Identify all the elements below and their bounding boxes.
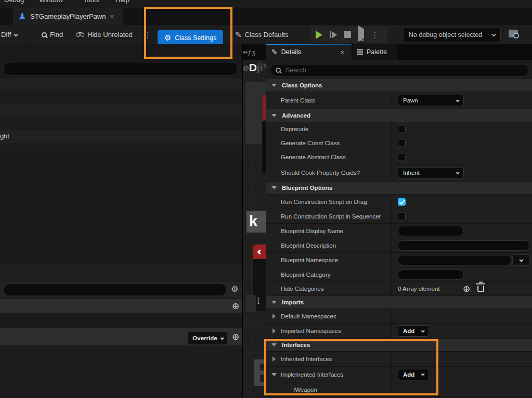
textfield-blueprint-namespace[interactable] bbox=[398, 255, 511, 265]
collapse-arrow-icon[interactable] bbox=[271, 301, 277, 304]
left-search-row: ⚙ bbox=[0, 281, 242, 298]
left-list-row bbox=[0, 143, 242, 156]
section-row bbox=[0, 346, 242, 398]
column-divider[interactable] bbox=[391, 136, 392, 150]
browse-debug-icon[interactable] bbox=[509, 30, 518, 37]
category-imports[interactable]: Imports bbox=[266, 296, 532, 309]
graph-node-fragment bbox=[245, 295, 256, 312]
collapse-arrow-icon[interactable] bbox=[271, 114, 277, 117]
settings-gear-icon[interactable]: ⚙ bbox=[231, 285, 238, 293]
checkbox-generate-const-class[interactable] bbox=[398, 139, 406, 147]
column-divider[interactable] bbox=[391, 267, 392, 281]
debug-object-label: No debug object selected bbox=[409, 31, 482, 38]
category-label: Advanced bbox=[282, 112, 310, 119]
expand-arrow-icon[interactable] bbox=[273, 314, 276, 319]
collapse-arrow-icon[interactable] bbox=[271, 186, 277, 189]
property-label: Should Cook Property Guids? bbox=[281, 170, 360, 176]
diff-button[interactable]: Diff bbox=[1, 25, 17, 44]
textfield-blueprint-description[interactable] bbox=[398, 240, 529, 251]
expand-arrow-icon[interactable] bbox=[273, 328, 276, 333]
details-panel-header: ✎ Details × Palette bbox=[266, 44, 532, 60]
left-search-input[interactable] bbox=[3, 62, 238, 75]
tab-stgameplayplayerpawn[interactable]: ♟ STGameplayPlayerPawn × bbox=[13, 8, 123, 25]
property-label: Default Namespaces bbox=[281, 313, 336, 319]
checkbox-run-construction-script-on-drag[interactable] bbox=[398, 198, 406, 206]
eject-icon[interactable] bbox=[358, 29, 364, 41]
add-element-icon[interactable]: ⊕ bbox=[463, 285, 470, 293]
menu-tools[interactable]: Tools bbox=[83, 0, 99, 4]
column-divider[interactable] bbox=[391, 224, 392, 238]
collapse-arrow-icon[interactable] bbox=[271, 84, 277, 87]
category-class-options[interactable]: Class Options bbox=[266, 79, 532, 92]
column-divider[interactable] bbox=[391, 164, 392, 181]
add-dropdown-imported-namespaces[interactable]: Add bbox=[398, 325, 429, 337]
graph-watermark-bottom: E bbox=[252, 354, 266, 392]
column-divider[interactable] bbox=[391, 324, 392, 338]
search-icon bbox=[276, 68, 281, 73]
play-icon[interactable] bbox=[316, 31, 322, 39]
category-label: Blueprint Options bbox=[282, 185, 332, 191]
textfield-blueprint-display-name[interactable] bbox=[398, 226, 464, 236]
menu-help[interactable]: Help bbox=[115, 0, 129, 4]
search-placeholder: Search bbox=[286, 67, 306, 74]
stop-icon[interactable] bbox=[344, 31, 351, 38]
left-strip bbox=[0, 264, 242, 281]
graph-node-shadow bbox=[262, 121, 266, 173]
tab-palette[interactable]: Palette bbox=[353, 44, 397, 60]
add-icon[interactable]: ⊕ bbox=[232, 302, 239, 311]
tab-details[interactable]: ✎ Details × bbox=[266, 44, 352, 60]
column-divider[interactable] bbox=[391, 150, 392, 164]
hide-unrelated-button[interactable]: Hide Unrelated bbox=[76, 25, 133, 44]
class-defaults-button[interactable]: ✎ Class Defaults bbox=[235, 25, 288, 44]
details-row-parent-class: Parent ClassPawn bbox=[266, 92, 532, 109]
find-button[interactable]: Find bbox=[42, 25, 63, 44]
category-advanced[interactable]: Advanced bbox=[266, 109, 532, 122]
namespace-dropdown-button[interactable] bbox=[512, 254, 529, 266]
add-icon[interactable]: ⊕ bbox=[232, 332, 239, 341]
play-options-icon[interactable]: ⋮ bbox=[371, 31, 379, 39]
details-row-blueprint-description: Blueprint Description bbox=[266, 238, 532, 253]
details-row-blueprint-display-name: Blueprint Display Name bbox=[266, 224, 532, 238]
dropdown-parent-class[interactable]: Pawn bbox=[398, 95, 464, 106]
textfield-blueprint-category[interactable] bbox=[398, 269, 464, 280]
hide-unrelated-label: Hide Unrelated bbox=[87, 31, 133, 38]
menu-bar: DebugWindowToolsHelp bbox=[0, 0, 532, 8]
column-divider[interactable] bbox=[391, 309, 392, 323]
checkbox-deprecate[interactable] bbox=[398, 125, 406, 133]
frame-skip-icon[interactable] bbox=[330, 31, 337, 38]
column-divider[interactable] bbox=[391, 253, 392, 267]
details-search-input[interactable]: Search bbox=[270, 64, 529, 76]
property-label: Run Construction Script in Sequencer bbox=[281, 213, 381, 220]
find-label: Find bbox=[50, 31, 63, 38]
details-row-run-construction-script-in-sequencer: Run Construction Script in Sequencer bbox=[266, 209, 532, 224]
debug-object-dropdown[interactable]: No debug object selected bbox=[403, 27, 501, 42]
column-divider[interactable] bbox=[391, 238, 392, 252]
column-divider[interactable] bbox=[391, 195, 392, 209]
column-divider[interactable] bbox=[391, 209, 392, 223]
chevron-down-icon bbox=[14, 32, 18, 36]
section-row bbox=[0, 313, 242, 327]
property-label: Blueprint Namespace bbox=[281, 257, 338, 263]
checkbox-run-construction-script-in-sequencer[interactable] bbox=[398, 212, 406, 220]
my-blueprint-search-input[interactable] bbox=[3, 284, 227, 296]
section-header-row-override[interactable]: Override ⊕ bbox=[0, 328, 242, 345]
details-row-blueprint-category: Blueprint Category bbox=[266, 267, 532, 282]
category-blueprint-options[interactable]: Blueprint Options bbox=[266, 182, 532, 195]
menu-debug[interactable]: Debug bbox=[4, 0, 24, 4]
toolbar-separator bbox=[30, 28, 30, 41]
section-header-row[interactable]: ⊕ bbox=[0, 299, 242, 313]
trash-icon[interactable] bbox=[477, 286, 484, 292]
tab-close-icon[interactable]: × bbox=[110, 12, 114, 20]
details-close-icon[interactable]: × bbox=[340, 48, 344, 56]
menu-window[interactable]: Window bbox=[39, 0, 63, 4]
column-divider[interactable] bbox=[391, 92, 392, 109]
left-list-row bbox=[0, 91, 242, 104]
property-label: Generate Abstract Class bbox=[281, 154, 346, 160]
column-divider[interactable] bbox=[391, 282, 392, 296]
chevron-down-icon bbox=[220, 336, 224, 340]
checkbox-generate-abstract-class[interactable] bbox=[398, 153, 406, 161]
dropdown-should-cook-property-guids[interactable]: Inherit bbox=[398, 167, 464, 178]
search-icon bbox=[42, 32, 47, 37]
column-divider[interactable] bbox=[391, 122, 392, 136]
override-dropdown[interactable]: Override bbox=[188, 332, 227, 344]
